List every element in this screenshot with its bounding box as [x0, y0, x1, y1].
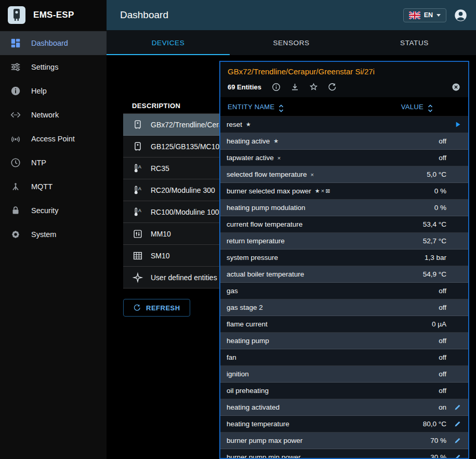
close-icon[interactable]	[451, 82, 461, 92]
device-row-custom-entities[interactable]: User defined entities	[123, 267, 223, 288]
info-outline-icon[interactable]	[271, 82, 281, 92]
refresh-icon	[133, 304, 141, 312]
entity-name: fan	[227, 353, 236, 361]
sidebar-item-settings[interactable]: Settings	[0, 55, 107, 79]
entity-row[interactable]: heating pump off	[220, 333, 468, 349]
entities-count: 69 Entities	[228, 83, 261, 91]
account-icon[interactable]	[454, 8, 468, 22]
sidebar-item-ntp[interactable]: NTP	[0, 151, 107, 175]
gear-icon	[9, 228, 22, 241]
entity-name: heating temperature	[227, 420, 289, 428]
entity-value: off	[439, 337, 446, 345]
edit-icon[interactable]	[454, 403, 461, 411]
entity-row[interactable]: burner pump min power 30 %	[220, 449, 468, 459]
entity-row[interactable]: heating active★ off	[220, 133, 468, 150]
device-row-gb125[interactable]: GB125/GB135/MC10	[123, 136, 223, 158]
entity-row[interactable]: tapwater active× off	[220, 150, 468, 166]
sidebar-item-network[interactable]: Network	[0, 103, 107, 127]
edit-icon[interactable]	[454, 453, 461, 459]
entity-row[interactable]: burner selected max power★×⊠ 0 %	[220, 183, 468, 200]
entity-row[interactable]: gas off	[220, 283, 468, 299]
thermostat-device-icon: A	[132, 206, 143, 218]
entity-row[interactable]: return temperature 52,7 °C	[220, 233, 468, 250]
star-outline-icon[interactable]	[309, 82, 319, 92]
device-row-rc100[interactable]: A RC100/Moduline 100	[123, 201, 223, 223]
entity-row[interactable]: system pressure 1,3 bar	[220, 250, 468, 266]
entity-row[interactable]: heating pump modulation 0 %	[220, 200, 468, 216]
entity-flag-icons: ×	[277, 155, 282, 161]
sidebar-item-label: Settings	[31, 63, 58, 71]
entity-value: off	[439, 370, 446, 378]
entity-name: heating pump modulation	[227, 204, 306, 212]
entity-value: off	[439, 387, 446, 395]
entity-row[interactable]: heating activated on	[220, 399, 468, 416]
entity-row[interactable]: heating temperature 80,0 °C	[220, 416, 468, 432]
sidebar-item-help[interactable]: Help	[0, 79, 107, 103]
download-icon[interactable]	[290, 82, 300, 92]
entity-flag-icons: ★×⊠	[315, 188, 332, 194]
app-logo-row: EMS-ESP	[0, 0, 107, 30]
device-row-rc35[interactable]: A RC35	[123, 158, 223, 179]
language-selector[interactable]: EN	[403, 8, 446, 22]
entity-row[interactable]: reset★	[220, 116, 468, 133]
sidebar: EMS-ESP Dashboard Settings Help Network …	[0, 0, 107, 459]
entity-name: flame current	[227, 320, 268, 328]
sort-icon[interactable]	[277, 103, 285, 110]
device-table: DESCRIPTION GBx72/Trendline/Cera GB125/G…	[123, 98, 223, 317]
device-name: RC100/Moduline 100	[151, 208, 219, 216]
antenna-icon	[9, 180, 22, 193]
svg-text:A: A	[138, 164, 141, 169]
edit-icon[interactable]	[454, 420, 461, 428]
entity-flag-icons: ★	[246, 121, 252, 128]
custom-entities-icon	[132, 272, 143, 283]
sidebar-item-mqtt[interactable]: MQTT	[0, 175, 107, 199]
entity-name: system pressure	[227, 254, 278, 261]
execute-command-icon[interactable]	[453, 120, 462, 129]
entity-value: off	[439, 353, 446, 361]
entity-name: reset	[227, 121, 242, 128]
sidebar-item-access-point[interactable]: Access Point	[0, 127, 107, 151]
solar-device-icon	[132, 250, 143, 261]
appbar-actions: EN	[403, 8, 476, 22]
thermostat-device-icon: A	[132, 185, 143, 196]
entity-value: 0 µA	[432, 320, 446, 328]
entity-value: 5,0 °C	[427, 171, 446, 178]
dialog-toolbar: 69 Entities	[220, 78, 468, 97]
device-name: SM10	[151, 252, 170, 260]
boiler-device-icon	[132, 141, 143, 152]
lock-icon	[9, 204, 22, 217]
entity-row[interactable]: actual boiler temperature 54,9 °C	[220, 266, 468, 283]
entity-name: actual boiler temperature	[227, 270, 304, 278]
device-row-gbx72[interactable]: GBx72/Trendline/Cera	[123, 114, 223, 136]
entity-row[interactable]: flame current 0 µA	[220, 316, 468, 333]
tab-status[interactable]: STATUS	[353, 30, 476, 55]
sidebar-item-security[interactable]: Security	[0, 199, 107, 222]
entity-value: 0 %	[434, 187, 446, 195]
sidebar-item-label: System	[31, 230, 56, 239]
entity-row[interactable]: burner pump max power 70 %	[220, 432, 468, 449]
entity-name: burner pump min power	[227, 453, 301, 459]
device-row-rc20[interactable]: A RC20/Moduline 300	[123, 179, 223, 201]
refresh-icon[interactable]	[327, 82, 337, 92]
entity-row[interactable]: current flow temperature 53,4 °C	[220, 216, 468, 233]
device-row-sm10[interactable]: SM10	[123, 245, 223, 267]
language-label: EN	[424, 11, 433, 19]
entity-value: 1,3 bar	[425, 254, 446, 261]
edit-icon[interactable]	[454, 437, 461, 444]
entity-row[interactable]: ignition off	[220, 366, 468, 383]
tab-devices[interactable]: DEVICES	[107, 30, 230, 55]
entity-row[interactable]: gas stage 2 off	[220, 299, 468, 316]
entity-row[interactable]: fan off	[220, 349, 468, 366]
sort-icon[interactable]	[427, 103, 434, 110]
mixer-device-icon	[132, 228, 143, 240]
entity-value: off	[439, 304, 446, 311]
sidebar-item-system[interactable]: System	[0, 222, 107, 246]
sidebar-item-dashboard[interactable]: Dashboard	[0, 31, 107, 55]
entity-row[interactable]: oil preheating off	[220, 383, 468, 399]
entity-row[interactable]: selected flow temperature× 5,0 °C	[220, 166, 468, 183]
tab-sensors[interactable]: SENSORS	[230, 30, 353, 55]
sidebar-item-label: MQTT	[31, 182, 52, 191]
device-row-mm10[interactable]: MM10	[123, 223, 223, 245]
entity-table-header: ENTITY NAME VALUE	[220, 97, 468, 116]
refresh-button[interactable]: REFRESH	[123, 299, 190, 317]
